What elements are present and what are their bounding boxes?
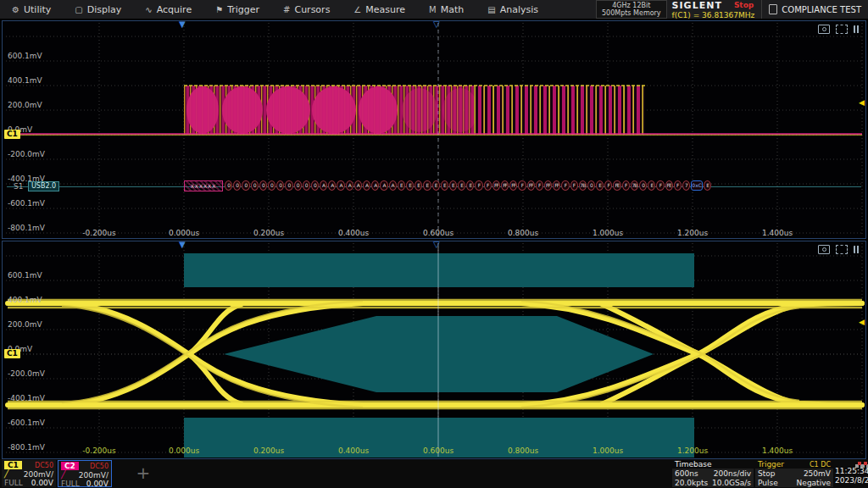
trigger-position-marker[interactable]: ▼: [179, 20, 186, 29]
usb2-badge[interactable]: USB2.0: [28, 181, 59, 191]
y-axis-label: 600.1mV: [8, 271, 52, 280]
split-screen-icon[interactable]: [854, 25, 861, 33]
delay-reference-marker[interactable]: ▽: [433, 241, 440, 249]
y-axis-label: 400.1mV: [8, 76, 52, 85]
y-axis-label: -800.1mV: [8, 443, 52, 452]
clock-box[interactable]: 11:25:34 2023/8/24: [835, 460, 868, 487]
decode-token: FF: [501, 180, 509, 191]
expand-icon[interactable]: [836, 25, 848, 34]
trigger-source: C1 DC: [810, 461, 831, 469]
network-status-icons: [835, 460, 868, 467]
clock-time: 11:25:34: [835, 467, 868, 476]
document-icon: [769, 4, 777, 14]
x-axis-label: 0.800us: [496, 446, 550, 455]
decode-token: F: [570, 180, 578, 191]
menu-item-label: Math: [441, 4, 465, 15]
menu-item-cursors[interactable]: #Cursors: [271, 0, 342, 19]
c2-name-badge: C2: [61, 462, 79, 470]
trigger-level-marker[interactable]: ◀: [859, 99, 865, 107]
decode-token: FF: [544, 180, 552, 191]
brand-box: SIGLENT Stop f(C1) = 36.81367MHz: [672, 0, 755, 19]
frequency-counter: f(C1) = 36.81367MHz: [672, 11, 755, 19]
decode-token: A: [320, 180, 327, 191]
y-axis-label: 200.0mV: [8, 101, 52, 109]
decode-token: 0: [268, 180, 275, 191]
waveform-plot[interactable]: 600.1mV400.1mV200.0mV0.0mV-200.0mV-400.1…: [2, 20, 866, 239]
timebase-box[interactable]: Timebase 600ns 200ns/div 20.0kpts 10.0GS…: [672, 460, 754, 487]
decode-bus-id: S1: [14, 182, 23, 191]
menu-item-utility[interactable]: ⚙Utility: [0, 0, 63, 19]
eye-diagram: [3, 241, 865, 458]
x-axis-label: 0.000us: [157, 446, 211, 455]
add-channel-button[interactable]: +: [134, 464, 153, 483]
decode-token: F: [604, 180, 612, 191]
menu-item-analysis[interactable]: ▤Analysis: [476, 0, 550, 19]
menu-bar: ⚙Utility▢Display∿Acquire⚑Trigger#Cursors…: [0, 0, 868, 19]
decode-token: F: [561, 180, 569, 191]
menu-item-acquire[interactable]: ∿Acquire: [133, 0, 203, 19]
trigger-position-marker[interactable]: ▼: [179, 241, 186, 249]
decode-token: F: [484, 180, 492, 191]
decode-token: 0: [251, 180, 259, 191]
analysis-icon: ▤: [487, 5, 495, 14]
compliance-test-button[interactable]: COMPLIANCE TEST: [761, 0, 868, 19]
channel-c1-badge[interactable]: C1: [4, 349, 20, 358]
y-axis-label: 400.1mV: [8, 296, 52, 304]
menu-item-label: Trigger: [227, 4, 259, 15]
decode-token: 0: [303, 180, 310, 191]
decode-token: F: [518, 180, 526, 191]
brand-logo: SIGLENT: [672, 0, 722, 11]
acquisition-info-box[interactable]: 4GHz 12Bit 500Mpts Memory: [596, 0, 667, 19]
decode-token: A: [354, 180, 362, 191]
menu-item-measure[interactable]: ∠Measure: [342, 0, 417, 19]
trigger-level: 250mV: [804, 469, 831, 478]
channel-c2-box[interactable]: C2 DC50 ╱ 200mV/ FULL 0.00V: [58, 460, 112, 487]
c1-coupling: DC50: [35, 462, 53, 469]
flag-icon: ⚑: [215, 5, 223, 14]
x-axis-label: 1.200us: [665, 446, 720, 455]
decode-token: 0: [285, 180, 292, 191]
menu-item-display[interactable]: ▢Display: [63, 0, 133, 19]
split-screen-icon[interactable]: [854, 246, 861, 253]
display-icon: ▢: [75, 5, 82, 14]
decode-token: FF: [492, 180, 500, 191]
c1-name-badge: C1: [4, 461, 22, 469]
decode-token: E: [415, 180, 422, 191]
trigger-level-marker[interactable]: ◀: [859, 319, 865, 326]
usb-device-icon: [864, 462, 867, 465]
x-axis-label: 1.400us: [750, 446, 804, 455]
expand-icon[interactable]: [836, 245, 848, 254]
timebase-window: 600ns: [675, 469, 698, 478]
decode-token: 0: [294, 180, 302, 191]
decode-token-special: 0xC: [691, 180, 703, 191]
menu-item-trigger[interactable]: ⚑Trigger: [203, 0, 271, 19]
decode-token: 0: [311, 180, 319, 191]
timebase-per-div: 200ns/div: [714, 469, 751, 478]
decode-token: E: [406, 180, 414, 191]
c1-scale: 200mV/: [24, 470, 53, 479]
status-bar: C1 DC50 ╱ 200mV/ FULL 0.00V C2 DC50 ╱ 20…: [0, 459, 868, 488]
x-axis-label: 0.600us: [411, 446, 465, 455]
eye-diagram-plot[interactable]: 600.1mV400.1mV200.0mV0.0mV-200.0mV-400.1…: [2, 241, 866, 459]
x-axis-label: 0.200us: [242, 229, 296, 237]
usb-burst-waveform: [3, 21, 865, 238]
decode-error-token: XXXXXX: [184, 180, 223, 191]
x-axis-label: 1.000us: [581, 229, 635, 237]
trigger-box[interactable]: Trigger C1 DC Stop 250mV Pulse Negative: [755, 460, 833, 487]
acquisition-state: Stop: [734, 1, 754, 9]
memory-label: 500Mpts Memory: [602, 9, 661, 17]
camera-icon[interactable]: [818, 25, 830, 34]
x-axis-label: 1.400us: [750, 229, 804, 237]
delay-reference-marker[interactable]: ▽: [433, 20, 440, 29]
decode-token: FE: [613, 180, 620, 191]
decode-token: 0: [225, 180, 232, 191]
x-axis-label: 0.800us: [496, 229, 550, 237]
channel-c1-badge[interactable]: C1: [4, 130, 20, 139]
channel-c1-box[interactable]: C1 DC50 ╱ 200mV/ FULL 0.00V: [2, 460, 56, 487]
x-axis-label: 0.400us: [326, 446, 381, 455]
cursors-icon: #: [283, 5, 290, 14]
menu-item-math[interactable]: MMath: [417, 0, 476, 19]
c1-slope-icon: ╱: [4, 470, 8, 478]
c2-bandwidth: FULL: [61, 480, 80, 488]
camera-icon[interactable]: [818, 245, 830, 254]
